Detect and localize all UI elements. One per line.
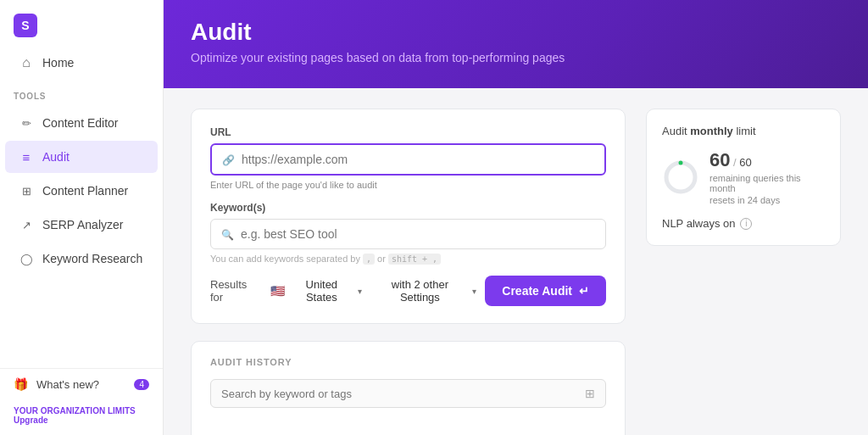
audit-history-section: AUDIT HISTORY ⊞ No results found. Create…: [191, 341, 626, 435]
header-banner: Audit Optimize your existing pages based…: [164, 0, 868, 88]
resets-text: resets in 24 days: [709, 195, 825, 205]
form-section: URL Enter URL of the page you'd like to …: [191, 109, 626, 324]
no-results-text: No results found. Create your first quer…: [210, 421, 606, 435]
sidebar-logo: S: [0, 0, 163, 46]
upgrade-link[interactable]: Upgrade: [14, 415, 48, 425]
sidebar-item-label: Keyword Research: [42, 252, 142, 265]
main-content: Audit Optimize your existing pages based…: [164, 0, 868, 435]
sidebar: S Home TOOLS Content Editor Audit Conten…: [0, 0, 164, 435]
sidebar-item-home[interactable]: Home: [5, 47, 158, 79]
audit-history-title: AUDIT HISTORY: [210, 357, 606, 367]
serp-icon: [19, 217, 34, 232]
create-audit-label: Create Audit: [502, 284, 572, 298]
info-icon[interactable]: i: [740, 218, 752, 230]
sidebar-item-label: SERP Analyzer: [42, 218, 123, 231]
keyword-hint: You can add keywords separated by , or s…: [210, 254, 606, 264]
search-bar-wrap: ⊞: [210, 379, 606, 408]
country-flag: 🇺🇸: [270, 284, 285, 298]
nlp-label: NLP always on: [662, 217, 735, 230]
nlp-row: NLP always on i: [662, 217, 825, 230]
sidebar-item-content-editor[interactable]: Content Editor: [5, 107, 158, 139]
sidebar-item-audit[interactable]: Audit: [5, 141, 158, 173]
url-label: URL: [210, 126, 606, 138]
remaining-text: remaining queries this month: [709, 173, 825, 193]
svg-point-0: [666, 163, 695, 192]
chevron-down-icon: ▾: [472, 287, 476, 296]
whats-new-label: What's new?: [36, 378, 99, 391]
keyword-input-wrap: [210, 219, 606, 249]
keyword-icon: [19, 251, 34, 266]
settings-selector[interactable]: with 2 other Settings ▾: [370, 278, 476, 304]
page-title: Audit: [191, 19, 841, 46]
edit-icon: [19, 115, 34, 131]
remaining-count: 60: [709, 149, 730, 170]
donut-chart: [662, 159, 699, 196]
results-row: Results for 🇺🇸 United States ▾ with 2 ot…: [210, 276, 606, 306]
sidebar-item-content-planner[interactable]: Content Planner: [5, 175, 158, 207]
country-selector[interactable]: 🇺🇸 United States ▾: [270, 278, 362, 304]
content-area: URL Enter URL of the page you'd like to …: [164, 88, 868, 435]
url-hint: Enter URL of the page you'd like to audi…: [210, 180, 606, 190]
search-icon: [221, 226, 234, 242]
right-panel: Audit monthly limit 60 / 60: [646, 109, 841, 415]
whats-new-item[interactable]: What's new? 4: [0, 369, 163, 399]
country-name: United States: [289, 278, 353, 304]
audit-icon: [19, 149, 34, 165]
keyword-label: Keyword(s): [210, 202, 606, 214]
sidebar-item-keyword-research[interactable]: Keyword Research: [5, 243, 158, 275]
planner-icon: [19, 183, 34, 198]
home-icon: [19, 55, 34, 70]
org-limits-label: YOUR ORGANIZATION LIMITS: [14, 406, 136, 415]
page-subtitle: Optimize your existing pages based on da…: [191, 51, 841, 64]
limit-numbers: 60 / 60 remaining queries this month res…: [709, 149, 825, 205]
limit-title: Audit monthly limit: [662, 125, 825, 137]
org-limits: YOUR ORGANIZATION LIMITS Upgrade: [0, 399, 163, 435]
url-input[interactable]: [242, 153, 594, 166]
results-prefix: Results for: [210, 278, 262, 304]
tools-label: TOOLS: [0, 80, 163, 106]
sidebar-item-label: Home: [42, 56, 74, 70]
history-search-input[interactable]: [221, 388, 585, 400]
url-input-wrap: [210, 143, 606, 176]
filter-icon[interactable]: ⊞: [585, 387, 595, 400]
limit-card: Audit monthly limit 60 / 60: [646, 109, 841, 246]
link-icon: [222, 152, 235, 167]
create-audit-button[interactable]: Create Audit ↵: [485, 276, 606, 306]
sidebar-item-serp-analyzer[interactable]: SERP Analyzer: [5, 209, 158, 241]
keyword-input[interactable]: [241, 227, 595, 241]
whats-new-badge: 4: [134, 379, 149, 390]
total-count: 60: [739, 156, 751, 169]
sidebar-item-label: Content Editor: [42, 116, 119, 130]
enter-icon: ↵: [579, 284, 589, 298]
logo-icon: S: [14, 14, 37, 37]
limit-row: 60 / 60 remaining queries this month res…: [662, 149, 825, 205]
sidebar-item-label: Audit: [42, 150, 70, 164]
settings-text: with 2 other Settings: [370, 278, 469, 304]
sidebar-item-label: Content Planner: [42, 184, 128, 198]
left-panel: URL Enter URL of the page you'd like to …: [191, 109, 626, 415]
chevron-down-icon: ▾: [358, 287, 362, 296]
gift-icon: [14, 377, 28, 391]
sidebar-bottom: What's new? 4 YOUR ORGANIZATION LIMITS U…: [0, 368, 163, 435]
